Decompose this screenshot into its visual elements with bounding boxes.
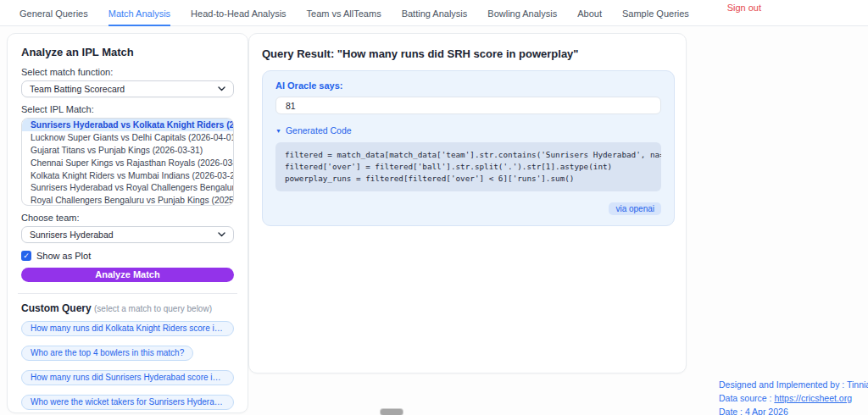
custom-query-title: Custom Query (21, 302, 92, 314)
sample-query-pill[interactable]: How many runs did Kolkata Knight Riders … (21, 321, 234, 336)
match-list-label: Select IPL Match: (21, 104, 234, 114)
generated-code-block: filtered = match_data[match_data['team']… (275, 142, 661, 191)
cricsheet-link[interactable]: https://cricsheet.org (774, 393, 852, 403)
show-as-plot-label: Show as Plot (36, 251, 91, 261)
sign-out-link[interactable]: Sign out (727, 3, 761, 13)
provider-badge: via openai (609, 202, 661, 215)
custom-query-heading: Custom Query (select a match to query be… (21, 302, 234, 314)
footer-date-line: Date : 4 Apr 2026 (719, 406, 868, 415)
generated-code-toggle[interactable]: ▼ Generated Code (275, 125, 661, 136)
query-result-title: Query Result: "How many runs did SRH sco… (262, 47, 673, 60)
footer-credit-line: Designed and Implemented by : Tinniam V … (719, 379, 868, 392)
footer-credits: Designed and Implemented by : Tinniam V … (719, 379, 868, 415)
nav-tab-team-vs-allteams[interactable]: Team vs AllTeams (307, 8, 381, 26)
team-select-label: Choose team: (21, 213, 234, 223)
nav-tab-sample-queries[interactable]: Sample Queries (622, 8, 689, 26)
match-list-item[interactable]: Sunrisers Hyderabad vs Kolkata Knight Ri… (22, 119, 233, 131)
footer-data-source-line: Data source : https://cricsheet.org (719, 392, 868, 406)
footer-data-source-label: Data source : (719, 393, 774, 403)
show-as-plot-row: ✓ Show as Plot (21, 251, 234, 261)
chevron-down-icon (218, 86, 225, 91)
match-function-value: Team Batting Scorecard (30, 84, 125, 94)
match-function-select[interactable]: Team Batting Scorecard (21, 80, 234, 97)
team-select[interactable]: Sunrisers Hyderabad (21, 226, 234, 243)
match-list-item[interactable]: Chennai Super Kings vs Rajasthan Royals … (22, 157, 233, 169)
ai-oracle-card: AI Oracle says: 81 ▼ Generated Code filt… (262, 70, 675, 226)
sample-query-pill[interactable]: Who were the wicket takers for Sunrisers… (21, 395, 234, 410)
match-list-item[interactable]: Sunrisers Hyderabad vs Royal Challengers… (22, 181, 233, 194)
generated-code-label: Generated Code (286, 125, 352, 136)
sample-query-pill[interactable]: How many runs did Sunrisers Hyderabad sc… (21, 370, 234, 385)
panel-title: Analyze an IPL Match (21, 46, 234, 58)
match-function-label: Select match function: (21, 67, 234, 77)
nav-tab-batting-analysis[interactable]: Batting Analysis (402, 8, 468, 26)
match-listbox[interactable]: Sunrisers Hyderabad vs Kolkata Knight Ri… (21, 118, 234, 206)
provider-badge-row: via openai (275, 200, 661, 215)
nav-tab-general-queries[interactable]: General Queries (19, 8, 88, 26)
custom-query-hint-text: (select a match to query below) (94, 304, 212, 313)
chevron-down-icon (218, 232, 225, 237)
match-list-item[interactable]: Lucknow Super Giants vs Delhi Capitals (… (22, 131, 233, 144)
sample-query-pill[interactable]: Who are the top 4 bowlers in this match? (21, 346, 193, 361)
ai-answer-box: 81 (275, 97, 661, 114)
analyze-match-button[interactable]: Analyze Match (21, 268, 234, 282)
query-result-panel: Query Result: "How many runs did SRH sco… (248, 33, 687, 374)
horizontal-scrollbar-thumb[interactable] (381, 409, 403, 415)
nav-tab-match-analysis[interactable]: Match Analysis (108, 8, 170, 26)
match-analysis-panel: Analyze an IPL Match Select match functi… (7, 33, 248, 413)
nav-tab-head-to-head-analysis[interactable]: Head-to-Head Analysis (191, 8, 287, 26)
match-list-item[interactable]: Gujarat Titans vs Punjab Kings (2026-03-… (22, 144, 233, 157)
match-list-item[interactable]: Kolkata Knight Riders vs Mumbai Indians … (22, 169, 233, 182)
show-as-plot-checkbox[interactable]: ✓ (21, 251, 31, 261)
nav-tab-about[interactable]: About (577, 8, 602, 26)
match-list-item[interactable]: Royal Challengers Bengaluru vs Punjab Ki… (22, 194, 233, 206)
triangle-down-icon: ▼ (275, 128, 281, 134)
team-select-value: Sunrisers Hyderabad (30, 230, 114, 240)
section-divider (18, 293, 237, 294)
nav-tab-bowling-analysis[interactable]: Bowling Analysis (487, 8, 557, 26)
ai-oracle-label: AI Oracle says: (275, 80, 661, 91)
